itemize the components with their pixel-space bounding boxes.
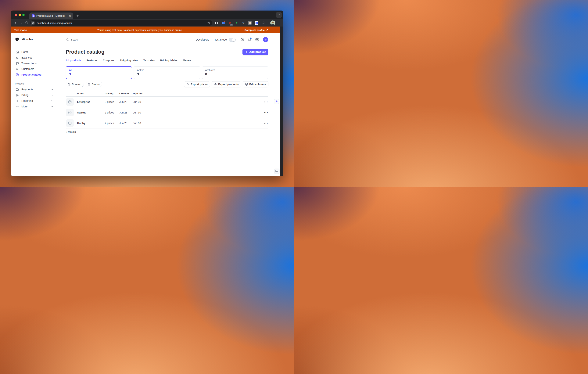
tune-icon [32,22,34,24]
row-overflow-menu[interactable]: ●●● [261,122,268,124]
close-window-button[interactable] [15,14,17,16]
minimize-window-button[interactable] [19,14,21,16]
filter-card-active[interactable]: Active 3 [134,66,200,79]
v-extension-icon[interactable]: V [241,21,245,25]
help-button[interactable] [240,38,244,42]
developers-link[interactable]: Developers [196,38,209,41]
bookmark-star-icon[interactable] [207,21,210,25]
created-filter-pill[interactable]: Created [66,82,84,87]
notification-dot [250,38,252,39]
transactions-icon [16,62,19,65]
browser-menu-icon[interactable]: ⋮ [278,21,281,25]
column-pricing: Pricing [105,92,119,95]
edit-columns-button[interactable]: Edit columns [243,82,268,87]
table-row[interactable]: Hobby 2 prices Jun 28 Jun 30 ●●● [66,118,268,128]
gear-icon [245,83,248,86]
settings-button[interactable] [255,38,259,42]
new-tab-button[interactable] [75,13,80,18]
row-overflow-menu[interactable]: ●●● [261,101,268,103]
forward-button[interactable] [19,20,24,26]
mailbox-extension-icon[interactable] [221,21,225,25]
site-info-button[interactable] [31,21,35,25]
table-row[interactable]: Enterprise 2 prices Jun 28 Jun 30 ●●● [66,97,268,107]
complete-profile-link[interactable]: Complete profile [244,27,268,33]
sidebar-item-product-catalog[interactable]: Product catalog [11,72,57,77]
stripe-favicon: S [32,14,35,17]
plus-icon [275,100,278,103]
product-created: Jun 28 [119,111,133,114]
create-button[interactable] [263,37,268,42]
product-pricing: 2 prices [105,122,119,125]
test-mode-toggle[interactable] [229,38,236,42]
reporting-icon [16,99,19,103]
sidebar-item-reporting[interactable]: Reporting [11,98,57,104]
shield-extension-icon[interactable]: 23 [228,21,232,25]
notifications-button[interactable] [248,38,252,42]
chevron-down-icon [51,88,53,91]
tab-search-button[interactable] [276,12,282,18]
product-pricing: 2 prices [105,111,119,114]
window-controls [15,14,25,16]
extensions-puzzle-icon[interactable] [261,21,265,25]
account-brand[interactable]: Microbot [15,37,33,41]
fullscreen-window-button[interactable] [22,14,25,16]
mi-extension-icon[interactable]: Mi [254,21,259,25]
product-created: Jun 28 [119,100,133,103]
sidebar-item-customers[interactable]: Customers [11,66,57,72]
sidebar-section-products: Products [15,82,57,85]
address-bar[interactable]: dashboard.stripe.com/products [30,20,212,26]
tab-features[interactable]: Features [87,57,98,64]
sidebar-item-billing[interactable]: Billing [11,92,57,98]
row-overflow-menu[interactable]: ●●● [261,112,268,114]
sidebar-item-transactions[interactable]: Transactions [11,60,57,66]
sidebar-nav: Home Balances Transactions [11,49,57,109]
table-row[interactable]: Startup 2 prices Jun 28 Jun 30 ●●● [66,107,268,118]
filter-card-all[interactable]: All 3 [66,66,132,79]
tab-meters[interactable]: Meters [183,57,191,64]
title-row: Product catalog Add product [66,48,268,56]
side-panel-icon[interactable] [215,21,219,25]
profile-avatar[interactable] [270,21,275,25]
sidebar-item-home[interactable]: Home [11,49,57,55]
customers-icon [16,67,19,71]
column-name: Name [77,92,105,95]
back-button[interactable] [13,20,19,26]
tab-coupons[interactable]: Coupons [103,57,115,64]
rail-add-button[interactable] [274,99,279,104]
add-product-button[interactable]: Add product [242,49,268,55]
search-icon [66,38,69,41]
export-products-button[interactable]: Export products [212,82,241,87]
table-actions: Export prices Export products [184,82,268,87]
search-input[interactable]: Search [66,38,79,41]
right-rail-divider [273,33,273,176]
product-thumbnail [66,98,74,106]
sidebar: Microbot Home Balances [11,33,57,176]
export-prices-button[interactable]: Export prices [184,82,210,87]
results-count: 3 results [66,130,76,133]
tab-close-icon[interactable]: ✕ [69,14,71,17]
reload-button[interactable] [24,20,29,26]
search-placeholder: Search [71,38,79,41]
tab-all-products[interactable]: All products [66,57,81,64]
toolbar-divider [268,21,268,25]
filter-card-archived[interactable]: Archived 0 [202,66,268,79]
developer-terminal-button[interactable] [274,169,279,174]
sidebar-item-balances[interactable]: Balances [11,55,57,60]
sidebar-item-more[interactable]: More [11,104,57,109]
sidebar-item-payments[interactable]: Payments [11,86,57,92]
frog-extension-icon[interactable] [234,21,239,25]
terminal-icon [275,170,278,173]
tab-pricing-tables[interactable]: Pricing tables [160,57,178,64]
r-extension-icon[interactable]: R [248,21,252,25]
payments-icon [16,88,19,91]
browser-window: S Product catalog – Microbot – ✕ dashboa… [11,11,283,176]
chevron-down-icon [51,100,53,102]
product-catalog-icon [16,73,19,76]
browser-tab[interactable]: S Product catalog – Microbot – ✕ [29,12,73,19]
status-filter-pill[interactable]: Status [86,82,102,87]
tab-shipping-rates[interactable]: Shipping rates [120,57,138,64]
package-icon [68,111,72,114]
tab-tax-rates[interactable]: Tax rates [143,57,155,64]
product-pricing: 2 prices [105,100,119,103]
page-title: Product catalog [66,49,104,55]
